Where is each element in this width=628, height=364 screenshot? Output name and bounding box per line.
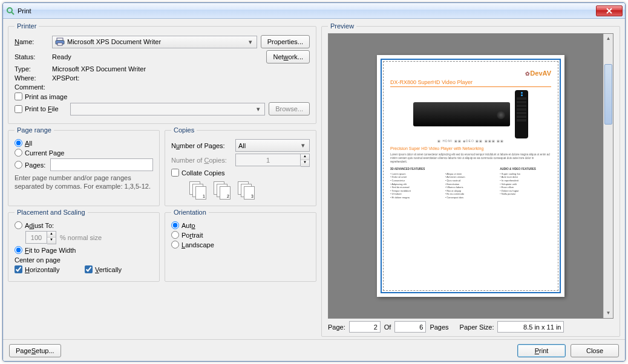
spin-down-icon[interactable]: ▼ bbox=[47, 238, 56, 244]
fit-width-label: Fit to Page Width bbox=[25, 247, 76, 254]
copies-legend: Copies bbox=[171, 126, 197, 134]
scroll-down-icon[interactable]: ▼ bbox=[604, 308, 613, 318]
range-current-radio[interactable] bbox=[15, 149, 22, 157]
preview-legend: Preview bbox=[328, 22, 356, 30]
pages-input[interactable] bbox=[50, 158, 153, 171]
status-label: Status: bbox=[15, 53, 48, 60]
range-current-label: Current Page bbox=[25, 149, 64, 157]
print-to-file-label: Print to File bbox=[25, 105, 59, 112]
page-total bbox=[394, 321, 426, 333]
fit-width-radio[interactable] bbox=[15, 246, 22, 254]
adjust-to-label: Adjust To: bbox=[25, 222, 54, 229]
printer-name-combo[interactable]: Microsoft XPS Document Writer ▾ bbox=[52, 36, 257, 48]
remote-image bbox=[515, 90, 528, 138]
page-label: Page: bbox=[328, 323, 345, 331]
dialog-footer: Page Setup... Print Close bbox=[3, 339, 625, 361]
app-icon bbox=[5, 6, 15, 16]
doc-body: Lorem ipsum dolor sit amet consectetur a… bbox=[390, 153, 551, 164]
orient-portrait-label: Portrait bbox=[182, 232, 203, 239]
window-title: Print bbox=[18, 7, 596, 15]
collate-label: Collate Copies bbox=[182, 169, 225, 177]
center-horiz-checkbox[interactable] bbox=[15, 265, 22, 273]
doc-title: DX-RX800 SuperHD Video Player bbox=[390, 79, 551, 87]
page-range-legend: Page range bbox=[15, 126, 54, 134]
num-pages-combo[interactable]: All▾ bbox=[235, 139, 310, 152]
range-pages-radio[interactable] bbox=[15, 161, 22, 169]
scale-suffix: % normal size bbox=[60, 234, 102, 241]
placement-legend: Placement and Scaling bbox=[15, 209, 88, 216]
center-label: Center on page bbox=[15, 256, 153, 264]
print-button[interactable]: Print bbox=[517, 344, 566, 357]
printer-legend: Printer bbox=[15, 22, 39, 30]
center-vert-checkbox[interactable] bbox=[85, 265, 93, 273]
dropdown-arrow-icon: ▾ bbox=[246, 38, 255, 46]
spin-up-icon[interactable]: ▲ bbox=[301, 154, 309, 160]
preview-viewport[interactable]: ✿DevAV DX-RX800 SuperHD Video Player ▣ H… bbox=[328, 33, 613, 319]
center-vert-label: Vertically bbox=[95, 266, 122, 273]
print-as-image-checkbox[interactable] bbox=[15, 93, 22, 100]
scale-spinner[interactable]: ▲▼ bbox=[47, 231, 56, 244]
print-file-path-combo: ▾ bbox=[70, 103, 265, 115]
close-window-button[interactable] bbox=[596, 5, 623, 16]
properties-button[interactable]: Properties... bbox=[261, 35, 310, 48]
type-value: Microsoft XPS Document Writer bbox=[52, 65, 146, 73]
adjust-to-radio[interactable] bbox=[15, 221, 22, 229]
range-all-radio[interactable] bbox=[15, 139, 22, 147]
doc-subtitle: Precision Super HD Video Player with Net… bbox=[390, 146, 551, 151]
center-horiz-label: Horizontally bbox=[25, 266, 59, 273]
collate-checkbox[interactable] bbox=[171, 169, 179, 177]
preview-page: ✿DevAV DX-RX800 SuperHD Video Player ▣ H… bbox=[377, 55, 564, 297]
range-all-label: All bbox=[25, 140, 32, 147]
print-dialog: Print Printer Name: Microsoft XPS Docume… bbox=[2, 2, 626, 362]
paper-label: Paper Size: bbox=[460, 323, 494, 331]
status-value: Ready bbox=[52, 53, 263, 60]
titlebar: Print bbox=[3, 3, 625, 19]
where-label: Where: bbox=[15, 74, 48, 82]
type-label: Type: bbox=[15, 65, 48, 73]
placement-group: Placement and Scaling Adjust To: ▲▼ % no… bbox=[8, 209, 160, 282]
orient-landscape-label: Landscape bbox=[182, 241, 214, 249]
orient-auto-label: Auto bbox=[182, 222, 195, 229]
dropdown-arrow-icon: ▾ bbox=[253, 105, 263, 113]
dropdown-arrow-icon: ▾ bbox=[298, 141, 308, 149]
orient-landscape-radio[interactable] bbox=[171, 241, 179, 249]
orientation-group: Orientation Auto Portrait Landscape bbox=[165, 209, 316, 282]
page-range-hint: Enter page number and/or page ranges sep… bbox=[15, 174, 153, 191]
range-pages-label: Pages: bbox=[25, 161, 45, 169]
num-copies-label: Number of Copies: bbox=[171, 157, 232, 164]
preview-scrollbar[interactable]: ▲ ▼ bbox=[603, 34, 613, 318]
orient-auto-radio[interactable] bbox=[171, 221, 179, 229]
spin-down-icon[interactable]: ▼ bbox=[301, 160, 309, 166]
svg-point-0 bbox=[7, 8, 12, 13]
page-setup-button[interactable]: Page Setup... bbox=[9, 344, 61, 357]
comment-label: Comment: bbox=[15, 83, 48, 91]
scale-input bbox=[25, 231, 47, 244]
badges: ▣ HDMI ▣▣ ◉DEO ▣▣ ▣▣▣ ▣▣ bbox=[390, 139, 551, 143]
of-label: Of bbox=[384, 323, 391, 331]
paper-size bbox=[497, 321, 564, 333]
collate-illustration: 111 222 333 bbox=[189, 181, 310, 200]
num-pages-label: Number of Pages: bbox=[171, 142, 232, 149]
copies-spinner[interactable]: ▲▼ bbox=[301, 154, 310, 167]
pages-suffix: Pages bbox=[430, 323, 448, 331]
scroll-thumb[interactable] bbox=[604, 64, 612, 125]
page-range-group: Page range All Current Page Pages: Enter… bbox=[8, 126, 160, 206]
orientation-legend: Orientation bbox=[171, 209, 209, 216]
where-value: XPSPort: bbox=[52, 74, 79, 82]
network-button[interactable]: Network... bbox=[266, 50, 310, 63]
svg-rect-2 bbox=[57, 38, 63, 41]
preview-group: Preview ✿DevAV DX-RX800 SuperHD Video Pl… bbox=[321, 22, 620, 337]
browse-button: Browse... bbox=[269, 102, 310, 115]
copies-group: Copies Number of Pages: All▾ Number of C… bbox=[165, 126, 316, 206]
orient-portrait-radio[interactable] bbox=[171, 231, 179, 239]
scroll-up-icon[interactable]: ▲ bbox=[604, 34, 613, 44]
print-to-file-checkbox[interactable] bbox=[15, 105, 22, 113]
spin-up-icon[interactable]: ▲ bbox=[47, 232, 56, 238]
product-image bbox=[413, 102, 510, 126]
name-label: Name: bbox=[15, 38, 48, 45]
svg-rect-4 bbox=[57, 43, 62, 45]
close-button[interactable]: Close bbox=[571, 344, 619, 357]
svg-line-1 bbox=[11, 12, 14, 15]
num-copies-input bbox=[235, 154, 301, 166]
page-number-input[interactable] bbox=[349, 321, 381, 333]
